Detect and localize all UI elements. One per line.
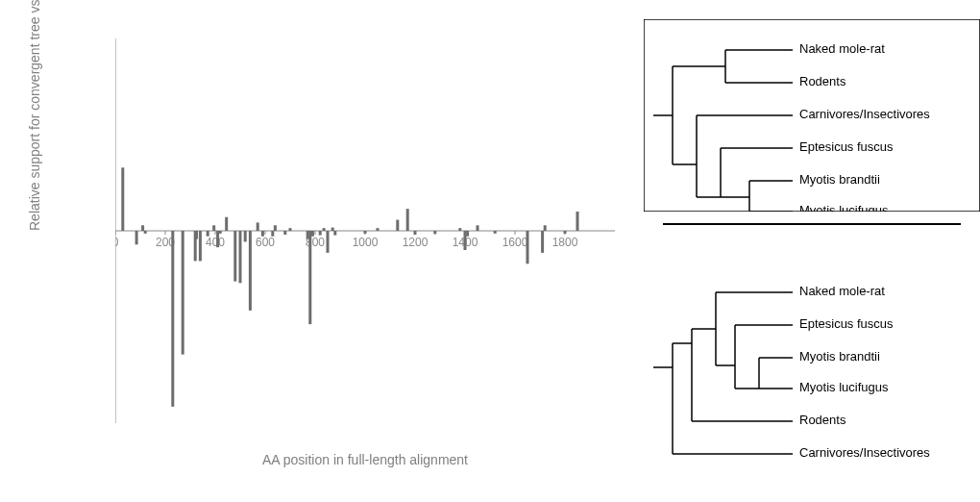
x-tick-label: 0 — [115, 236, 119, 249]
y-axis-label: Relative support for convergent tree vs.… — [27, 0, 42, 231]
bar — [283, 231, 286, 235]
bar — [308, 231, 311, 324]
bar — [261, 231, 264, 237]
bar — [233, 231, 236, 282]
conv-leaf-1: Eptesicus fuscus — [799, 316, 894, 331]
bar — [406, 209, 409, 231]
bar — [333, 231, 336, 236]
bar — [225, 217, 228, 231]
conv-leaf-3: Myotis lucifugus — [799, 380, 889, 394]
bar — [121, 167, 124, 231]
x-tick-label: 1000 — [353, 236, 379, 249]
bar — [289, 228, 292, 231]
bar — [477, 225, 479, 231]
bar — [216, 231, 219, 247]
species-leaf-2: Carnivores/Insectivores — [799, 107, 930, 121]
bar — [433, 231, 436, 234]
bar — [576, 212, 579, 231]
bar — [323, 228, 326, 231]
bar — [212, 225, 215, 231]
bar-chart: -3.5-2.5-1.5-0.50.51.52.53.5 02004006008… — [115, 38, 615, 423]
x-tick-label: 1800 — [552, 236, 578, 249]
bar — [239, 231, 242, 283]
conv-leaf-4: Rodents — [799, 413, 846, 427]
x-tick-label: 1600 — [502, 236, 528, 249]
bar — [249, 231, 252, 311]
x-tick-label: 1200 — [403, 236, 429, 249]
figure: Relative support for convergent tree vs.… — [0, 0, 980, 502]
species-leaf-0: Naked mole-rat — [799, 41, 885, 56]
bar — [171, 231, 174, 407]
conv-leaf-5: Carnivores/Insectivores — [799, 445, 930, 460]
tree-pane: Naked mole-rat Rodents Carnivores/Insect… — [644, 0, 980, 502]
bar — [182, 231, 184, 355]
bar — [364, 231, 367, 234]
bar — [135, 231, 138, 244]
species-leaf-4: Myotis brandtii — [799, 172, 880, 187]
bar — [271, 231, 274, 237]
bar — [311, 231, 314, 237]
bar — [244, 231, 247, 241]
bar — [306, 231, 309, 239]
bar-group — [121, 167, 578, 407]
conv-leaf-0: Naked mole-rat — [799, 284, 885, 298]
bar — [274, 225, 277, 231]
bar — [331, 228, 334, 231]
bar — [544, 225, 547, 231]
x-tick-label: 400 — [206, 236, 225, 249]
bar — [144, 231, 147, 234]
x-tick-label: 600 — [256, 236, 275, 249]
bar — [564, 231, 567, 234]
conv-leaf-2: Myotis brandtii — [799, 349, 880, 364]
species-tree: Naked mole-rat Rodents Carnivores/Insect… — [644, 19, 980, 212]
x-tick-group: 020040060080010001200140016001800 — [115, 231, 578, 249]
convergent-tree-branches — [653, 292, 793, 454]
bar — [541, 231, 544, 253]
bar — [464, 231, 467, 250]
species-leaf-1: Rodents — [799, 74, 846, 88]
bar — [377, 228, 380, 231]
species-leaf-5: Myotis lucifugus — [799, 203, 889, 212]
bar — [494, 231, 497, 234]
bar — [458, 228, 461, 231]
bar — [219, 231, 222, 234]
bar — [141, 225, 144, 231]
tree-separator — [663, 223, 961, 225]
bar — [195, 231, 198, 239]
convergent-tree: Naked mole-rat Eptesicus fuscus Myotis b… — [644, 262, 980, 473]
bar — [396, 220, 399, 231]
x-axis-label: AA position in full-length alignment — [115, 452, 615, 467]
bar — [327, 231, 330, 253]
bar — [527, 231, 529, 264]
bar — [207, 231, 209, 237]
bar — [466, 231, 469, 237]
chart-pane: Relative support for convergent tree vs.… — [0, 0, 644, 502]
bar — [257, 222, 259, 231]
species-leaf-3: Eptesicus fuscus — [799, 139, 894, 154]
bar — [319, 231, 322, 236]
bar — [414, 231, 417, 235]
bar — [199, 231, 202, 261]
